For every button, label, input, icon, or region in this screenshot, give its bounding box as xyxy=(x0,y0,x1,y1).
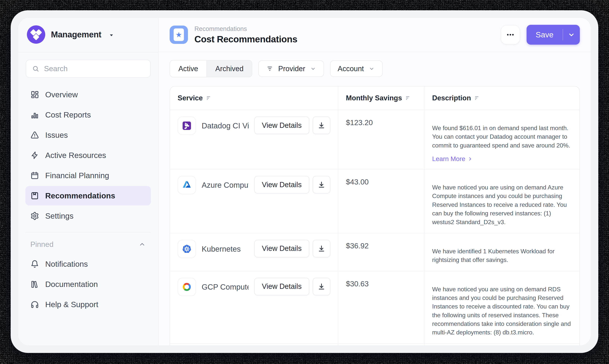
sort-icon xyxy=(405,95,411,101)
sidebar-item-label: Active Resources xyxy=(45,151,106,160)
main-panel: ★ Recommendations Cost Recommendations S… xyxy=(158,18,591,346)
page-title: Cost Recommendations xyxy=(194,34,297,44)
monthly-savings-value: $30.63 xyxy=(338,271,424,343)
sidebar-item-help-support[interactable]: Help & Support xyxy=(25,295,151,314)
sidebar-item-label: Issues xyxy=(45,131,68,140)
service-name: Kubernetes xyxy=(202,245,241,253)
monthly-savings-value: $123.20 xyxy=(338,110,424,169)
row-actions: View Details xyxy=(254,176,330,194)
bell-icon xyxy=(30,260,39,268)
column-header-monthly-savings[interactable]: Monthly Savings xyxy=(338,86,424,110)
row-actions: View Details xyxy=(254,240,330,257)
filter-lines-icon xyxy=(266,65,273,73)
monthly-savings-value: $36.92 xyxy=(338,233,424,271)
chevron-up-icon xyxy=(138,241,146,248)
learn-more-link[interactable]: Learn More xyxy=(432,155,572,163)
app-window: Management Overview xyxy=(11,10,598,353)
gear-icon xyxy=(30,212,39,220)
calendar-icon xyxy=(30,171,39,180)
monthly-savings-value: $28.64 xyxy=(338,344,424,346)
pinned-label: Pinned xyxy=(30,240,53,248)
page-content: Active Archived Provider xyxy=(158,52,591,346)
download-button[interactable] xyxy=(313,278,330,295)
table-row: Datadog CI Visibility View Details xyxy=(170,110,579,169)
provider-label: Provider xyxy=(278,65,305,73)
view-details-button[interactable]: View Details xyxy=(254,176,309,194)
download-button[interactable] xyxy=(313,117,330,134)
chevron-right-icon xyxy=(467,156,473,162)
datadog-logo xyxy=(178,117,196,135)
save-menu-button[interactable] xyxy=(563,25,580,45)
status-segmented-control: Active Archived xyxy=(170,60,252,77)
gcp-logo xyxy=(178,278,196,296)
view-details-button[interactable]: View Details xyxy=(254,117,309,134)
tab-archived[interactable]: Archived xyxy=(207,61,252,77)
account-label: Account xyxy=(338,65,364,73)
download-icon xyxy=(317,181,325,189)
view-details-button[interactable]: View Details xyxy=(254,240,309,257)
view-details-button[interactable]: View Details xyxy=(254,278,309,295)
description-cell: These S3 Buckets only contain objects wh… xyxy=(424,344,579,346)
table-header-row: Service Monthly Savings Description xyxy=(170,86,579,110)
page-header-titles: Recommendations Cost Recommendations xyxy=(194,25,297,44)
filter-row: Active Archived Provider xyxy=(170,60,580,77)
row-actions: View Details xyxy=(254,117,330,134)
provider-filter-button[interactable]: Provider xyxy=(258,61,324,77)
table-row: Azure Compute View Details xyxy=(170,169,579,233)
account-filter-button[interactable]: Account xyxy=(330,61,383,77)
service-name: Datadog CI Visibility xyxy=(202,121,249,130)
dashboard-icon xyxy=(30,90,39,99)
sidebar-item-notifications[interactable]: Notifications xyxy=(25,254,151,274)
sidebar-item-label: Documentation xyxy=(45,280,98,289)
sidebar-item-financial-planning[interactable]: Financial Planning xyxy=(25,166,151,185)
view-details-label: View Details xyxy=(262,282,302,291)
sidebar: Management Overview xyxy=(18,18,158,346)
sidebar-item-label: Cost Reports xyxy=(45,110,91,119)
warning-triangle-icon xyxy=(30,131,39,140)
service-cell: Kubernetes View Details xyxy=(170,233,338,271)
sidebar-item-issues[interactable]: Issues xyxy=(25,125,151,145)
chevron-down-icon xyxy=(567,30,576,39)
sidebar-item-label: Settings xyxy=(45,212,73,221)
save-split-button: Save xyxy=(527,25,580,45)
search-input[interactable] xyxy=(44,65,144,73)
table-row: GCP Compute View Details xyxy=(170,271,579,343)
column-header-description[interactable]: Description xyxy=(424,86,579,110)
sidebar-item-recommendations[interactable]: Recommendations xyxy=(25,186,151,206)
breadcrumb: Recommendations xyxy=(194,25,297,32)
view-details-label: View Details xyxy=(262,244,302,253)
sidebar-item-label: Notifications xyxy=(45,260,88,269)
recommendations-table: Service Monthly Savings Description xyxy=(170,86,580,346)
page-header: ★ Recommendations Cost Recommendations S… xyxy=(158,18,591,52)
sidebar-item-documentation[interactable]: Documentation xyxy=(25,274,151,294)
column-header-service[interactable]: Service xyxy=(170,86,338,110)
download-button[interactable] xyxy=(313,176,330,194)
sidebar-item-active-resources[interactable]: Active Resources xyxy=(25,145,151,165)
tab-active[interactable]: Active xyxy=(170,61,207,77)
service-cell: aws AWS RDS View Details xyxy=(170,344,338,346)
sidebar-item-label: Financial Planning xyxy=(45,171,109,180)
download-icon xyxy=(317,245,325,253)
search-box xyxy=(26,60,151,78)
description-cell: We found $616.01 in on demand spend last… xyxy=(424,110,579,169)
sidebar-item-settings[interactable]: Settings xyxy=(25,206,151,226)
service-cell: GCP Compute View Details xyxy=(170,271,338,343)
kubernetes-logo xyxy=(178,240,196,258)
pinned-section-header[interactable]: Pinned xyxy=(25,232,151,251)
save-button[interactable]: Save xyxy=(527,25,563,45)
description-cell: We have noticed you are using on demand … xyxy=(424,271,579,343)
search-icon xyxy=(32,65,39,73)
sidebar-item-overview[interactable]: Overview xyxy=(25,85,151,104)
download-button[interactable] xyxy=(313,240,330,257)
workspace-switcher[interactable]: Management xyxy=(18,18,158,52)
bookmark-icon xyxy=(30,191,39,200)
app-surface: Management Overview xyxy=(18,18,591,346)
sidebar-item-label: Recommendations xyxy=(45,191,115,200)
service-cell: Azure Compute View Details xyxy=(170,169,338,233)
caret-down-icon xyxy=(108,32,115,38)
more-actions-button[interactable] xyxy=(501,25,520,44)
star-tile-icon: ★ xyxy=(170,26,188,44)
chevron-down-icon xyxy=(368,65,375,72)
sidebar-item-cost-reports[interactable]: Cost Reports xyxy=(25,105,151,125)
star-glyph: ★ xyxy=(176,31,182,38)
